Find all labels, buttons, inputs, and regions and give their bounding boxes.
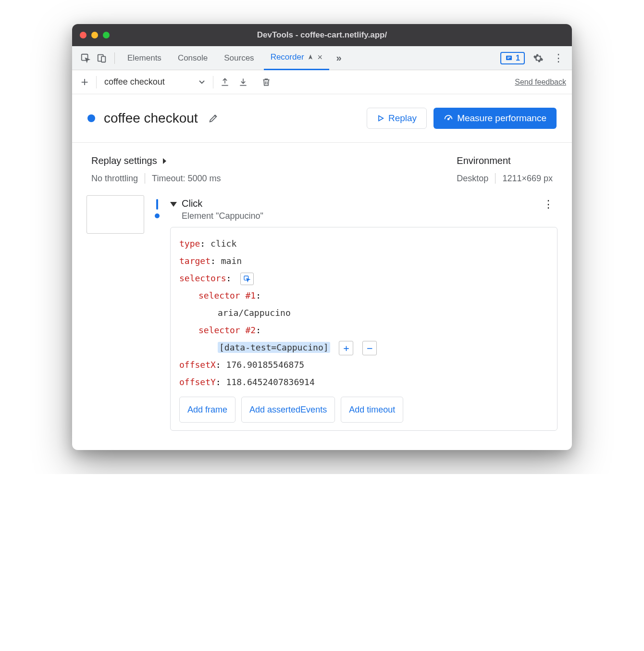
issues-badge[interactable]: 1	[500, 52, 525, 64]
settings-gear-icon[interactable]	[532, 51, 545, 65]
environment-device: Desktop	[457, 174, 488, 184]
more-tabs-icon[interactable]: »	[332, 51, 346, 65]
step-header[interactable]: Click Element "Cappucino" ⋮	[170, 196, 557, 227]
svg-point-4	[448, 118, 449, 120]
replay-button[interactable]: Replay	[367, 108, 427, 129]
separator	[495, 173, 495, 184]
selector-picker-icon[interactable]	[240, 273, 254, 285]
caret-down-icon	[170, 202, 177, 207]
step-more-icon[interactable]: ⋮	[539, 198, 557, 211]
svg-rect-2	[101, 56, 105, 62]
selector-2-value[interactable]: [data-test=Cappucino]	[218, 342, 330, 353]
tab-recorder[interactable]: Recorder ×	[264, 46, 329, 70]
environment-heading: Environment	[457, 155, 553, 166]
pin-icon	[307, 54, 314, 61]
devtools-window: DevTools - coffee-cart.netlify.app/ Elem…	[72, 24, 572, 450]
settings-row: Replay settings No throttling Timeout: 5…	[72, 143, 572, 196]
add-timeout-button[interactable]: Add timeout	[341, 397, 403, 423]
prop-val[interactable]: main	[221, 256, 242, 266]
add-frame-button[interactable]: Add frame	[179, 397, 235, 423]
close-tab-icon[interactable]: ×	[318, 52, 323, 63]
step-title: Click	[182, 198, 263, 209]
window-title: DevTools - coffee-cart.netlify.app/	[72, 30, 572, 40]
add-asserted-events-button[interactable]: Add assertedEvents	[241, 397, 335, 423]
separator	[145, 173, 145, 184]
recording-header: coffee checkout Replay Measure performan…	[72, 94, 572, 143]
export-icon[interactable]	[218, 75, 232, 89]
separator	[114, 52, 115, 64]
offsetx-value[interactable]: 176.90185546875	[226, 360, 305, 370]
timeline-dot	[155, 213, 160, 218]
separator	[213, 76, 213, 88]
remove-selector-button[interactable]: −	[362, 341, 377, 355]
prop-val[interactable]: click	[211, 238, 236, 249]
add-selector-button[interactable]: +	[339, 341, 353, 355]
prop-key: target	[179, 256, 211, 266]
prop-key: selector #1	[198, 290, 256, 300]
tab-console[interactable]: Console	[171, 46, 214, 70]
tab-elements[interactable]: Elements	[121, 46, 168, 70]
titlebar: DevTools - coffee-cart.netlify.app/	[72, 24, 572, 46]
timeline	[149, 196, 165, 431]
separator	[96, 76, 97, 88]
measure-performance-button[interactable]: Measure performance	[433, 108, 557, 129]
caret-right-icon	[162, 158, 167, 164]
offsety-value[interactable]: 118.6452407836914	[226, 377, 315, 387]
chevron-down-icon	[198, 80, 205, 85]
recording-selector[interactable]: coffee checkout	[101, 77, 208, 87]
selector-1-value[interactable]: aria/Cappucino	[218, 308, 291, 318]
issues-count: 1	[516, 54, 520, 63]
panel-tabbar: Elements Console Sources Recorder × » 1 …	[72, 46, 572, 70]
step-details: type: click target: main selectors: sele…	[170, 227, 557, 431]
step-area: Click Element "Cappucino" ⋮ type: click …	[72, 196, 572, 450]
recording-title: coffee checkout	[104, 111, 198, 126]
import-icon[interactable]	[236, 75, 250, 89]
prop-key: selector #2	[198, 325, 256, 335]
timeout-value: Timeout: 5000 ms	[152, 174, 221, 184]
step-thumbnail[interactable]	[87, 195, 144, 234]
prop-key: selectors	[179, 273, 226, 283]
inspect-element-icon[interactable]	[79, 51, 92, 65]
throttling-value: No throttling	[91, 174, 138, 184]
recorder-toolbar: + coffee checkout Send feedback	[72, 70, 572, 94]
timeline-tick	[156, 199, 158, 210]
environment-viewport: 1211×669 px	[502, 174, 553, 184]
recording-selector-label: coffee checkout	[104, 77, 165, 87]
new-recording-icon[interactable]: +	[78, 75, 91, 89]
prop-key: offsetX	[179, 360, 216, 370]
maximize-window-button[interactable]	[103, 32, 110, 38]
recording-status-dot	[87, 114, 95, 122]
traffic-lights	[80, 32, 110, 38]
prop-key: offsetY	[179, 377, 216, 387]
minimize-window-button[interactable]	[91, 32, 98, 38]
send-feedback-link[interactable]: Send feedback	[515, 78, 566, 87]
edit-title-icon[interactable]	[207, 112, 220, 125]
prop-key: type	[179, 238, 200, 249]
more-options-icon[interactable]: ⋮	[552, 51, 565, 65]
delete-icon[interactable]	[260, 75, 273, 89]
step-subtitle: Element "Cappucino"	[182, 211, 263, 221]
replay-settings-toggle[interactable]: Replay settings	[91, 155, 221, 166]
device-toolbar-icon[interactable]	[95, 51, 109, 65]
close-window-button[interactable]	[80, 32, 87, 38]
tab-sources[interactable]: Sources	[217, 46, 260, 70]
svg-rect-3	[506, 55, 512, 60]
